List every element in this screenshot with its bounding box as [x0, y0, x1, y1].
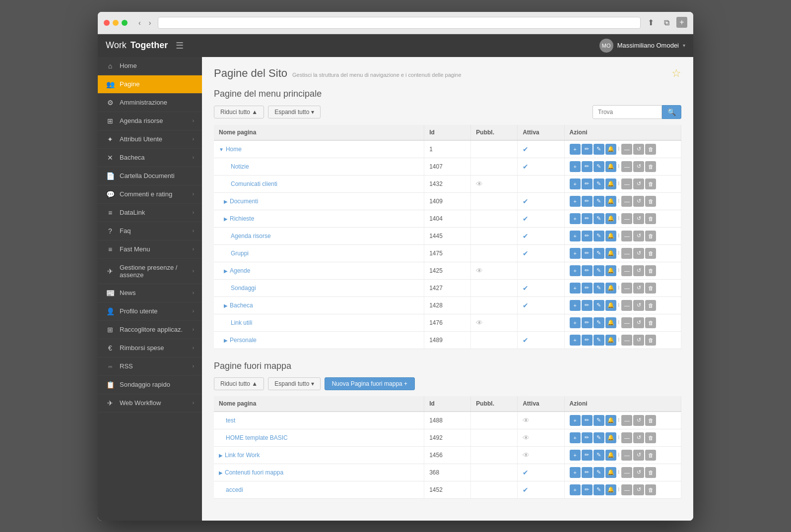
expand-icon[interactable]: ▶: [224, 303, 228, 308]
bell-btn[interactable]: 🔔: [605, 317, 616, 328]
delete-btn[interactable]: 🗑: [645, 317, 656, 328]
bell-btn[interactable]: 🔔: [605, 231, 616, 241]
move-btn[interactable]: ✎: [593, 248, 604, 259]
url-bar[interactable]: [158, 17, 641, 29]
riduci-tutto-button[interactable]: Riduci tutto ▲: [214, 106, 264, 118]
add-btn[interactable]: +: [570, 450, 581, 461]
expand-icon[interactable]: ▶: [219, 453, 223, 458]
page-link-2[interactable]: Comunicati clienti: [231, 180, 277, 187]
page-link-10[interactable]: Link utili: [231, 319, 252, 326]
close-dot[interactable]: [104, 20, 110, 26]
fuori-mappa-riduci-button[interactable]: Riduci tutto ▲: [214, 377, 264, 390]
page-link-6[interactable]: Gruppi: [231, 250, 249, 257]
delete-btn[interactable]: 🗑: [645, 161, 656, 172]
dash-btn[interactable]: —: [621, 144, 632, 155]
edit-btn[interactable]: ✏: [582, 178, 593, 189]
fullscreen-dot[interactable]: [122, 20, 128, 26]
edit-btn[interactable]: ✏: [582, 248, 593, 259]
expand-icon[interactable]: ▼: [219, 147, 224, 152]
move-btn[interactable]: ✎: [593, 335, 604, 346]
bell-btn[interactable]: 🔔: [605, 196, 616, 207]
refresh-btn[interactable]: ↺: [633, 450, 644, 461]
refresh-btn[interactable]: ↺: [633, 283, 644, 294]
dash-btn[interactable]: —: [621, 335, 632, 346]
bell-btn[interactable]: 🔔: [605, 161, 616, 172]
refresh-btn[interactable]: ↺: [633, 231, 644, 241]
move-btn[interactable]: ✎: [593, 432, 604, 443]
refresh-btn[interactable]: ↺: [633, 300, 644, 311]
move-btn[interactable]: ✎: [593, 317, 604, 328]
bell-btn[interactable]: 🔔: [605, 265, 616, 276]
bell-btn[interactable]: 🔔: [605, 450, 616, 461]
delete-btn[interactable]: 🗑: [645, 432, 656, 443]
bell-btn[interactable]: 🔔: [605, 415, 616, 426]
bell-btn[interactable]: 🔔: [605, 144, 616, 155]
refresh-btn[interactable]: ↺: [633, 432, 644, 443]
edit-btn[interactable]: ✏: [582, 317, 593, 328]
page-link-3[interactable]: Documenti: [230, 198, 258, 205]
delete-btn[interactable]: 🗑: [645, 335, 656, 346]
move-btn[interactable]: ✎: [593, 196, 604, 207]
add-btn[interactable]: +: [570, 317, 581, 328]
dash-btn[interactable]: —: [621, 178, 632, 189]
sidebar-item-profilo-utente[interactable]: 👤 Profilo utente ›: [98, 302, 202, 321]
delete-btn[interactable]: 🗑: [645, 450, 656, 461]
expand-icon[interactable]: ▶: [224, 216, 228, 222]
move-btn[interactable]: ✎: [593, 467, 604, 478]
expand-icon[interactable]: ▶: [219, 470, 223, 475]
sidebar-item-fast-menu[interactable]: ≡ Fast Menu ›: [98, 240, 202, 259]
dash-btn[interactable]: —: [621, 265, 632, 276]
dash-btn[interactable]: —: [621, 196, 632, 207]
add-btn[interactable]: +: [570, 484, 581, 495]
add-btn[interactable]: +: [570, 196, 581, 207]
search-button[interactable]: 🔍: [662, 105, 681, 119]
delete-btn[interactable]: 🗑: [645, 231, 656, 241]
sidebar-item-rimborsi-spese[interactable]: € Rimborsi spese ›: [98, 339, 202, 357]
page-link-1[interactable]: Notizie: [231, 163, 249, 170]
page-link-9[interactable]: Bacheca: [230, 302, 253, 309]
expand-icon[interactable]: ▶: [224, 268, 228, 274]
page-link-7[interactable]: Agende: [230, 267, 250, 274]
refresh-btn[interactable]: ↺: [633, 196, 644, 207]
refresh-btn[interactable]: ↺: [633, 484, 644, 495]
share-button[interactable]: ⬆: [645, 17, 657, 28]
refresh-btn[interactable]: ↺: [633, 248, 644, 259]
move-btn[interactable]: ✎: [593, 144, 604, 155]
sidebar-item-attributi-utente[interactable]: ✦ Attributi Utente ›: [98, 130, 202, 149]
dash-btn[interactable]: —: [621, 300, 632, 311]
dash-btn[interactable]: —: [621, 415, 632, 426]
sidebar-item-raccoglitore[interactable]: ⊞ Raccoglitore applicaz. ›: [98, 321, 202, 339]
sidebar-item-cartella-documenti[interactable]: 📄 Cartella Documenti: [98, 167, 202, 185]
add-btn[interactable]: +: [570, 283, 581, 294]
refresh-btn[interactable]: ↺: [633, 161, 644, 172]
new-tab-button[interactable]: +: [676, 17, 687, 28]
bell-btn[interactable]: 🔔: [605, 213, 616, 224]
bell-btn[interactable]: 🔔: [605, 335, 616, 346]
edit-btn[interactable]: ✏: [582, 450, 593, 461]
dash-btn[interactable]: —: [621, 432, 632, 443]
edit-btn[interactable]: ✏: [582, 432, 593, 443]
edit-btn[interactable]: ✏: [582, 161, 593, 172]
dash-btn[interactable]: —: [621, 317, 632, 328]
bell-btn[interactable]: 🔔: [605, 467, 616, 478]
add-btn[interactable]: +: [570, 335, 581, 346]
page-link-4[interactable]: Richieste: [230, 215, 254, 222]
delete-btn[interactable]: 🗑: [645, 144, 656, 155]
bell-btn[interactable]: 🔔: [605, 300, 616, 311]
add-btn[interactable]: +: [570, 415, 581, 426]
expand-icon[interactable]: ▶: [224, 199, 228, 204]
nuova-pagina-button[interactable]: Nuova Pagina fuori mappa +: [325, 377, 415, 390]
delete-btn[interactable]: 🗑: [645, 300, 656, 311]
sidebar-item-pagine[interactable]: 👥 Pagine: [98, 75, 202, 94]
user-menu[interactable]: MO Massimiliano Omodei ▾: [599, 39, 685, 53]
delete-btn[interactable]: 🗑: [645, 415, 656, 426]
sidebar-item-amministrazione[interactable]: ⚙ Amministrazione: [98, 94, 202, 112]
bell-btn[interactable]: 🔔: [605, 248, 616, 259]
move-btn[interactable]: ✎: [593, 178, 604, 189]
edit-btn[interactable]: ✏: [582, 300, 593, 311]
add-btn[interactable]: +: [570, 248, 581, 259]
move-btn[interactable]: ✎: [593, 265, 604, 276]
move-btn[interactable]: ✎: [593, 450, 604, 461]
edit-btn[interactable]: ✏: [582, 484, 593, 495]
edit-btn[interactable]: ✏: [582, 213, 593, 224]
